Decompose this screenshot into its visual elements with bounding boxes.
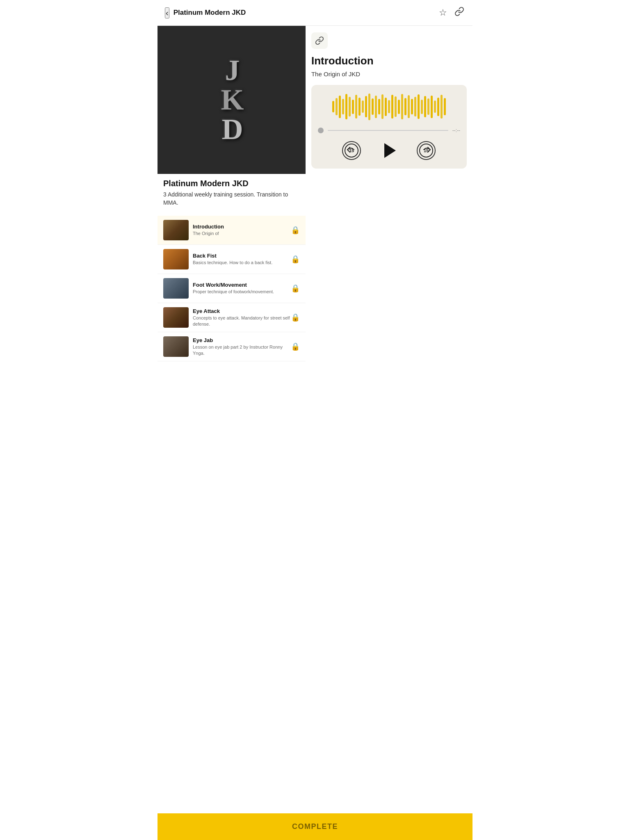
waveform-bar [349,97,351,116]
left-column: J K D Platinum Modern JKD 3 Additional w… [158,26,306,361]
lesson-subtitle: Lesson on eye jab part 2 by Instructor R… [193,344,291,356]
waveform-bar [358,98,361,116]
lesson-thumbnail [163,307,189,328]
lesson-text: Eye AttackConcepts to eye attack. Mandat… [193,308,291,327]
waveform-bar [388,100,390,113]
lock-icon: 🔒 [291,226,300,235]
lesson-name: Introduction [193,224,291,230]
course-image: J K D [158,26,306,174]
lesson-list: IntroductionThe Origin of🔒Back FistBasic… [158,216,306,361]
audio-player: --:-- 15 15 [311,85,467,169]
back-button[interactable]: ‹ [165,7,169,18]
waveform-bar [368,94,370,120]
header-left: ‹ Platinum Modern JKD [165,7,246,18]
course-info: Platinum Modern JKD 3 Additional weekly … [158,174,306,216]
rewind-button[interactable]: 15 [342,141,361,160]
waveform-bar [332,101,334,112]
waveform-bar [424,96,426,117]
jkd-logo: J K D [221,55,242,144]
main-layout: J K D Platinum Modern JKD 3 Additional w… [158,26,472,361]
lesson-name: Foot Work/Movement [193,282,291,288]
right-column: Introduction The Origin of JKD --:-- 15 [306,26,472,183]
share-icon [454,7,464,16]
lock-icon: 🔒 [291,284,300,293]
lesson-subtitle: The Origin of [193,231,291,236]
lesson-item[interactable]: Foot Work/MovementProper technique of fo… [158,274,306,303]
lesson-thumbnail [163,249,189,269]
lock-icon: 🔒 [291,342,300,351]
waveform-bar [385,98,387,116]
progress-track[interactable] [328,130,448,131]
waveform-bar [418,94,420,119]
lesson-title: Introduction [311,55,467,67]
lesson-name: Eye Jab [193,337,291,343]
waveform-bar [437,98,439,116]
waveform-bar [395,96,397,117]
lesson-text: IntroductionThe Origin of [193,224,291,236]
lesson-thumbnail [163,220,189,240]
lesson-name: Back Fist [193,253,291,259]
lesson-subtitle: The Origin of JKD [311,71,467,78]
favorite-button[interactable]: ☆ [438,7,448,19]
waveform-bar [375,96,377,118]
waveform-bar [398,100,400,114]
waveform-bar [414,97,416,116]
waveform-bar [411,99,413,114]
lock-icon: 🔒 [291,313,300,322]
forward-icon: 15 [419,143,434,158]
waveform-bar [421,100,423,114]
header-right: ☆ [438,6,465,20]
header-title: Platinum Modern JKD [173,9,246,17]
lesson-text: Foot Work/MovementProper technique of fo… [193,282,291,294]
link-icon [315,36,324,45]
progress-row[interactable]: --:-- [318,128,460,133]
waveform-bar [355,95,357,119]
waveform-bar [365,96,367,117]
course-description: 3 Additional weekly training session. Tr… [163,191,300,207]
waveform-bar [444,98,446,115]
waveform-bar [345,94,347,119]
link-badge-button[interactable] [311,32,328,49]
waveform-bar [441,95,443,119]
lesson-thumbnail [163,278,189,299]
progress-handle[interactable] [318,128,324,133]
play-icon [384,143,396,158]
waveform-bar [427,98,429,115]
waveform-bar [372,98,374,115]
lesson-subtitle: Basics technique. How to do a back fist. [193,260,291,265]
rewind-icon: 15 [344,143,359,158]
lesson-item[interactable]: IntroductionThe Origin of🔒 [158,216,306,245]
lesson-item[interactable]: Back FistBasics technique. How to do a b… [158,245,306,274]
forward-button[interactable]: 15 [417,141,436,160]
header: ‹ Platinum Modern JKD ☆ [158,0,472,26]
complete-button[interactable]: COMPLETE [158,813,472,840]
play-button[interactable] [377,139,400,162]
controls-row: 15 15 [318,139,460,162]
waveform-bar [352,100,354,114]
waveform-bar [431,96,433,118]
waveform-bar [381,94,383,119]
complete-button-wrap: COMPLETE [158,813,472,840]
waveform-bar [401,94,403,119]
waveform-bar [378,99,380,114]
waveform-bar [434,100,436,113]
lesson-item[interactable]: Eye JabLesson on eye jab part 2 by Instr… [158,332,306,361]
waveform-bar [408,95,410,118]
lesson-item[interactable]: Eye AttackConcepts to eye attack. Mandat… [158,303,306,332]
waveform-bar [339,96,341,118]
waveform-bar [336,98,338,115]
waveform-bar [391,95,393,119]
lesson-name: Eye Attack [193,308,291,314]
waveform-bar [404,98,406,115]
lesson-thumbnail [163,336,189,357]
waveform-bar [362,100,364,113]
course-title: Platinum Modern JKD [163,179,300,188]
progress-time: --:-- [452,128,460,133]
lesson-text: Eye JabLesson on eye jab part 2 by Instr… [193,337,291,356]
lesson-text: Back FistBasics technique. How to do a b… [193,253,291,265]
lock-icon: 🔒 [291,255,300,264]
lesson-subtitle: Proper technique of footwork/movement. [193,289,291,294]
lesson-subtitle: Concepts to eye attack. Mandatory for st… [193,315,291,327]
waveform-bar [342,99,344,114]
share-button[interactable] [454,6,465,20]
